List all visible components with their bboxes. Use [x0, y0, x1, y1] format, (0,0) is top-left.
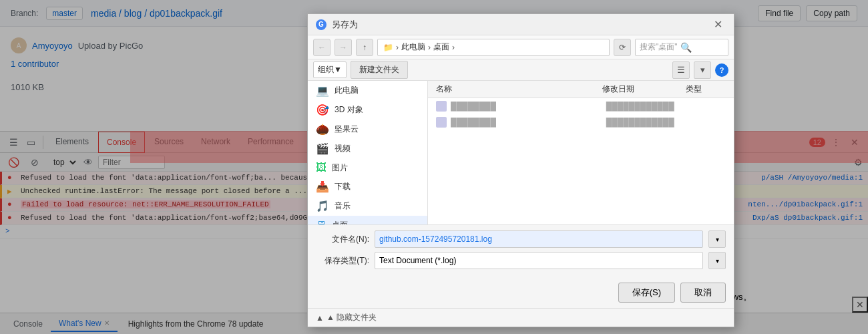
folder-label-music: 音乐	[335, 200, 351, 212]
dialog-title-icon: G	[316, 19, 327, 30]
col-date-header[interactable]: 修改日期	[602, 84, 686, 95]
file-row-2[interactable]: ████████ ████████████	[428, 114, 734, 130]
picture-icon: 🖼	[316, 162, 327, 174]
music-icon: 🎵	[316, 200, 329, 212]
folder-item-picture[interactable]: 🖼 图片	[308, 158, 427, 177]
file-name-1: ████████	[451, 102, 602, 111]
nav-back-button[interactable]: ←	[313, 39, 331, 56]
folder-label-picture: 图片	[332, 162, 348, 174]
desktop-icon: 🖥	[316, 219, 327, 224]
view-button[interactable]: ☰	[672, 61, 690, 79]
save-dialog: G 另存为 ✕ ← → ↑ 📁 › 此电脑 › 桌面 › ⟳ 搜索"桌面" 🔍 …	[307, 13, 734, 327]
folder-item-download[interactable]: 📥 下载	[308, 177, 427, 196]
toolbar-right: ☰ ▾ ?	[672, 61, 728, 79]
video-icon: 🎬	[316, 142, 329, 155]
folder-item-3d[interactable]: 🎯 3D 对象	[308, 100, 427, 120]
download-icon: 📥	[316, 180, 329, 193]
file-name-2: ████████	[451, 118, 602, 127]
folder-label-jg: 坚果云	[335, 124, 359, 135]
path-segment-this-pc: 此电脑	[401, 41, 425, 53]
search-bar[interactable]: 搜索"桌面" 🔍	[635, 39, 728, 56]
cancel-button[interactable]: 取消	[680, 283, 726, 303]
filetype-dropdown[interactable]: ▾	[708, 252, 726, 269]
dialog-left-panel: 💻 此电脑 🎯 3D 对象 🌰 坚果云 🎬 视频 🖼 图片 📥 下载	[308, 81, 428, 224]
file-list-header: 名称 修改日期 类型	[428, 81, 734, 98]
search-placeholder-text: 搜索"桌面"	[640, 41, 678, 53]
folder-item-music[interactable]: 🎵 音乐	[308, 196, 427, 216]
view-dropdown-button[interactable]: ▾	[694, 61, 711, 79]
dialog-titlebar: G 另存为 ✕	[308, 14, 734, 35]
pc-icon: 💻	[316, 84, 329, 97]
path-arrow-1: ›	[396, 43, 399, 52]
dialog-right-panel: 名称 修改日期 类型 ████████ ████████████ ███████…	[428, 81, 734, 224]
path-arrow-3: ›	[452, 43, 455, 52]
file-icon-1	[436, 101, 447, 112]
filename-input[interactable]	[375, 230, 703, 248]
filename-row: 文件名(N): ▾	[316, 230, 726, 248]
nav-forward-button[interactable]: →	[335, 39, 352, 56]
folder-item-pc[interactable]: 💻 此电脑	[308, 81, 427, 100]
dialog-footer: ▲ ▲ 隐藏文件夹	[308, 308, 734, 327]
folder-item-video[interactable]: 🎬 视频	[308, 139, 427, 158]
path-segment-desktop: 桌面	[433, 41, 449, 53]
filetype-input[interactable]	[375, 252, 703, 269]
file-row-1[interactable]: ████████ ████████████	[428, 98, 734, 114]
file-icon-2	[436, 117, 447, 128]
dialog-close-button[interactable]: ✕	[710, 17, 726, 33]
filetype-label: 保存类型(T):	[316, 255, 369, 267]
folder-item-jg[interactable]: 🌰 坚果云	[308, 120, 427, 139]
3d-icon: 🎯	[316, 104, 329, 116]
col-type-header: 类型	[686, 84, 726, 95]
filetype-row: 保存类型(T): ▾	[316, 252, 726, 269]
folder-label-desktop: 桌面	[332, 220, 348, 225]
filename-label: 文件名(N):	[316, 234, 369, 245]
nav-up-button[interactable]: ↑	[356, 39, 373, 56]
dialog-nav: ← → ↑ 📁 › 此电脑 › 桌面 › ⟳ 搜索"桌面" 🔍	[308, 35, 734, 59]
folder-item-desktop[interactable]: 🖥 桌面	[308, 216, 427, 224]
folder-label-pc: 此电脑	[335, 85, 359, 96]
folder-label-download: 下载	[335, 181, 351, 192]
path-segment-pc: 📁	[383, 43, 393, 52]
save-button[interactable]: 保存(S)	[618, 283, 675, 303]
dialog-title-text: 另存为	[332, 19, 704, 31]
search-icon: 🔍	[680, 42, 692, 53]
dialog-content: 💻 此电脑 🎯 3D 对象 🌰 坚果云 🎬 视频 🖼 图片 📥 下载	[308, 81, 734, 224]
file-date-1: ████████████	[606, 102, 682, 111]
jg-icon: 🌰	[316, 123, 329, 136]
new-folder-button[interactable]: 新建文件夹	[351, 61, 408, 79]
dialog-buttons: 保存(S) 取消	[308, 279, 734, 308]
col-name-header[interactable]: 名称	[436, 84, 602, 95]
folder-label-video: 视频	[335, 143, 351, 154]
path-bar[interactable]: 📁 › 此电脑 › 桌面 ›	[377, 39, 610, 56]
folder-label-3d: 3D 对象	[335, 104, 363, 116]
filename-dropdown[interactable]: ▾	[708, 230, 726, 248]
organize-dropdown[interactable]: 组织▼	[313, 61, 347, 78]
dialog-form: 文件名(N): ▾ 保存类型(T): ▾	[308, 224, 734, 279]
help-button[interactable]: ?	[715, 63, 728, 77]
refresh-button[interactable]: ⟳	[614, 39, 631, 56]
path-arrow-2: ›	[428, 43, 431, 52]
file-date-2: ████████████	[606, 118, 682, 127]
hide-folders-icon: ▲	[316, 313, 324, 323]
hide-folders-text[interactable]: ▲ 隐藏文件夹	[327, 312, 377, 323]
dialog-toolbar: 组织▼ 新建文件夹 ☰ ▾ ?	[308, 59, 734, 81]
